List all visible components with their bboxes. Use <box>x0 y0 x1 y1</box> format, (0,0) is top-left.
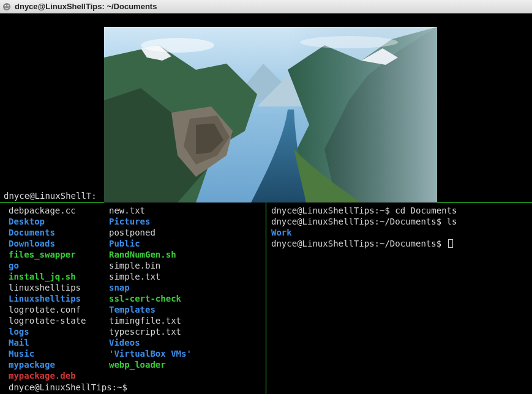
terminal-text: Work <box>271 228 292 237</box>
window-title: dnyce@LinuxShellTips: ~/Documents <box>15 2 157 11</box>
ls-entry: logrotate.conf <box>9 304 109 315</box>
ls-row: logstypescript.txt <box>9 326 262 337</box>
ls-row: mypackagewebp_loader <box>9 359 262 370</box>
terminal-line: dnyce@LinuxShellTips:~/Documents$ <box>271 238 528 249</box>
ls-row: logrotate.confTemplates <box>9 304 262 315</box>
ls-entry: Desktop <box>9 216 109 227</box>
ls-entry: logs <box>9 326 109 337</box>
top-pane-prompt: dnyce@LinuxShellT: <box>4 191 97 201</box>
terminal-text: cd Documents <box>395 206 457 215</box>
ls-entry: webp_loader <box>109 359 262 370</box>
terminal-text: dnyce@LinuxShellTips:~/Documents$ <box>271 217 447 226</box>
ls-entry: Downloads <box>9 238 109 249</box>
ls-entry: timingfile.txt <box>109 315 262 326</box>
ls-entry: Linuxshelltips <box>9 293 109 304</box>
tmux-top-pane[interactable]: dnyce@LinuxShellT: <box>0 13 532 203</box>
ls-row: Music'VirtualBox VMs' <box>9 348 262 359</box>
ls-entry: Mail <box>9 337 109 348</box>
ls-entry: debpackage.cc <box>9 205 109 216</box>
cursor <box>448 239 453 248</box>
ls-row: DownloadsPublic <box>9 238 262 249</box>
ls-entry: files_swapper <box>9 249 109 260</box>
terminal-text: ls <box>447 217 457 226</box>
ls-entry: go <box>9 260 109 271</box>
terminal-line: Work <box>271 227 528 238</box>
terminal-line: dnyce@LinuxShellTips:~/Documents$ ls <box>271 216 528 227</box>
svg-point-1 <box>5 5 6 6</box>
ls-entry: simple.bin <box>109 260 262 271</box>
ls-entry: typescript.txt <box>109 326 262 337</box>
ls-entry: Music <box>9 348 109 359</box>
terminal-text: dnyce@LinuxShellTips:~/Documents$ <box>271 239 447 248</box>
ls-entry: postponed <box>109 227 262 238</box>
ls-entry: mypackage.deb <box>9 370 109 381</box>
ls-entry: logrotate-state <box>9 315 109 326</box>
terminal-text: dnyce@LinuxShellTips:~$ <box>271 206 395 215</box>
ls-row: files_swapperRandNumGen.sh <box>9 249 262 260</box>
ls-entry: mypackage <box>9 359 109 370</box>
ls-entry: ssl-cert-check <box>109 293 262 304</box>
ls-row: Documentspostponed <box>9 227 262 238</box>
ls-entry <box>109 370 262 381</box>
svg-point-5 <box>141 38 214 53</box>
ls-row: logrotate-statetimingfile.txt <box>9 315 262 326</box>
ls-row: MailVideos <box>9 337 262 348</box>
ls-row: gosimple.bin <box>9 260 262 271</box>
ls-entry: Templates <box>109 304 262 315</box>
ls-row: install_jq.shsimple.txt <box>9 271 262 282</box>
ls-row: linuxshelltipssnap <box>9 282 262 293</box>
svg-point-2 <box>7 5 9 6</box>
ls-entry: linuxshelltips <box>9 282 109 293</box>
ls-entry: RandNumGen.sh <box>109 249 262 260</box>
ls-row: DesktopPictures <box>9 216 262 227</box>
ls-entry: Documents <box>9 227 109 238</box>
ls-entry: simple.txt <box>109 271 262 282</box>
terminal-line: dnyce@LinuxShellTips:~$ cd Documents <box>271 205 528 216</box>
inline-image-preview <box>104 27 437 203</box>
ls-entry: snap <box>109 282 262 293</box>
ls-entry: Public <box>109 238 262 249</box>
ls-listing: debpackage.ccnew.txtDesktopPicturesDocum… <box>9 205 262 382</box>
tmux-left-pane[interactable]: debpackage.ccnew.txtDesktopPicturesDocum… <box>0 203 266 394</box>
window-titlebar: dnyce@LinuxShellTips: ~/Documents <box>0 0 532 13</box>
svg-point-6 <box>300 36 398 48</box>
ls-entry: Pictures <box>109 216 262 227</box>
ls-entry: Videos <box>109 337 262 348</box>
tmux-right-pane[interactable]: dnyce@LinuxShellTips:~$ cd Documentsdnyc… <box>266 203 532 394</box>
left-pane-prompt[interactable]: dnyce@LinuxShellTips:~$ <box>9 382 262 394</box>
app-icon <box>2 2 11 11</box>
terminal[interactable]: dnyce@LinuxShellT: debpackage.ccnew.txtD… <box>0 13 532 394</box>
ls-entry: 'VirtualBox VMs' <box>109 348 262 359</box>
ls-row: Linuxshelltipsssl-cert-check <box>9 293 262 304</box>
ls-entry: new.txt <box>109 205 262 216</box>
ls-row: mypackage.deb <box>9 370 262 381</box>
ls-entry: install_jq.sh <box>9 271 109 282</box>
svg-point-0 <box>3 2 10 10</box>
ls-row: debpackage.ccnew.txt <box>9 205 262 216</box>
